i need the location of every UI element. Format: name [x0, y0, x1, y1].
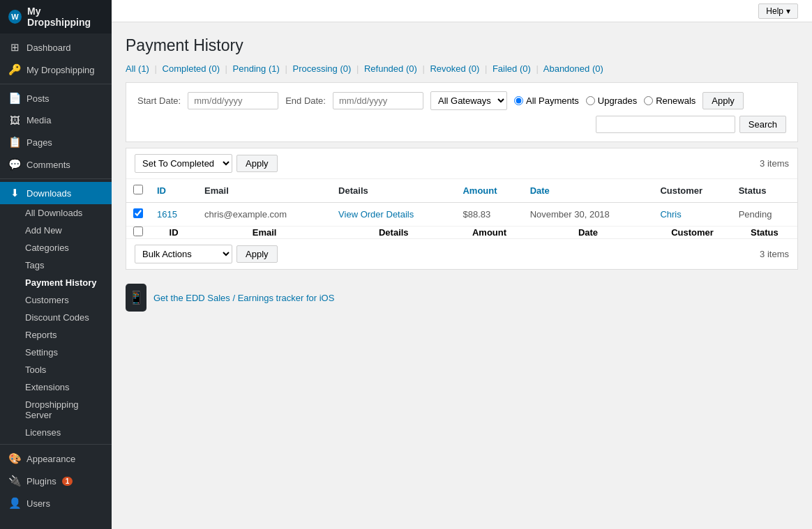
order-id-link[interactable]: 1615	[157, 209, 177, 220]
bulk-apply-button-bottom[interactable]: Apply	[236, 245, 278, 263]
bulk-action-select-top[interactable]: Set To Completed	[135, 154, 232, 173]
filter-apply-button[interactable]: Apply	[702, 92, 744, 109]
topbar: Help ▾	[112, 0, 812, 22]
dashboard-icon: ⊞	[8, 41, 21, 54]
filter-tab-processing[interactable]: Processing (0)	[292, 63, 351, 74]
select-all-col-footer	[126, 227, 150, 239]
sidebar-item-users[interactable]: 👤 Users	[0, 492, 112, 514]
start-date-input[interactable]	[188, 92, 278, 109]
sidebar-subitem-licenses[interactable]: Licenses	[0, 424, 112, 441]
filter-tab-failed[interactable]: Failed (0)	[493, 63, 531, 74]
sidebar-logo[interactable]: W My Dropshipping	[0, 0, 112, 33]
downloads-subnav: All Downloads Add New Categories Tags Pa…	[0, 204, 112, 441]
sidebar-subitem-all-downloads[interactable]: All Downloads	[0, 204, 112, 222]
col-date-footer[interactable]: Date	[523, 227, 654, 239]
sidebar-item-plugins[interactable]: 🔌 Plugins 1	[0, 470, 112, 492]
radio-all-payments[interactable]	[514, 96, 523, 105]
filter-tab-all[interactable]: All (1)	[126, 63, 149, 74]
filter-tabs: All (1) | Completed (0) | Pending (1) | …	[126, 63, 798, 74]
ios-promo: 📱 Get the EDD Sales / Earnings tracker f…	[126, 284, 798, 312]
sidebar-subitem-add-new[interactable]: Add New	[0, 222, 112, 239]
select-all-checkbox-footer[interactable]	[133, 227, 143, 236]
col-id[interactable]: ID	[150, 179, 197, 203]
radio-upgrades[interactable]	[586, 96, 595, 105]
col-email-footer: Email	[197, 227, 331, 239]
sidebar-item-label: My Dropshipping	[27, 65, 95, 75]
sidebar-item-label: Comments	[27, 160, 70, 170]
table-top-actions: Set To Completed Apply 3 items	[126, 148, 797, 179]
sidebar-subitem-discount-codes[interactable]: Discount Codes	[0, 309, 112, 326]
sidebar-subitem-payment-history[interactable]: Payment History	[0, 274, 112, 291]
payments-table-wrap: Set To Completed Apply 3 items ID Email …	[126, 148, 798, 270]
search-button[interactable]: Search	[739, 116, 786, 133]
help-button[interactable]: Help ▾	[758, 3, 798, 19]
items-count-top: 3 items	[760, 158, 789, 169]
end-date-input[interactable]	[333, 92, 423, 109]
sidebar-top-nav: ⊞ Dashboard 🔑 My Dropshipping 📄 Posts 🖼 …	[0, 33, 112, 517]
table-body: 1615 chris@example.com View Order Detail…	[126, 203, 797, 227]
customer-link[interactable]: Chris	[660, 209, 681, 220]
end-date-label: End Date:	[285, 95, 326, 106]
sidebar-divider-1	[0, 84, 112, 84]
start-date-label: Start Date:	[137, 95, 181, 106]
col-status-footer: Status	[732, 227, 797, 239]
sidebar-item-downloads[interactable]: ⬇ Downloads	[0, 182, 112, 204]
sidebar-item-dashboard[interactable]: ⊞ Dashboard	[0, 36, 112, 59]
radio-renewals[interactable]	[644, 96, 653, 105]
sidebar-item-label: Plugins	[27, 476, 57, 486]
bulk-action-select-bottom[interactable]: Bulk Actions	[135, 245, 232, 263]
key-icon: 🔑	[8, 63, 21, 76]
sidebar-subitem-reports[interactable]: Reports	[0, 326, 112, 344]
radio-label-upgrades[interactable]: Upgrades	[586, 95, 637, 106]
col-amount[interactable]: Amount	[456, 179, 522, 203]
sidebar-item-appearance[interactable]: 🎨 Appearance	[0, 447, 112, 470]
table-bottom-actions: Bulk Actions Apply 3 items	[126, 238, 797, 269]
sidebar-item-label: Appearance	[27, 454, 75, 464]
sidebar-subitem-extensions[interactable]: Extensions	[0, 378, 112, 396]
filter-tab-revoked[interactable]: Revoked (0)	[430, 63, 479, 74]
sidebar-subitem-tags[interactable]: Tags	[0, 256, 112, 274]
col-id-footer[interactable]: ID	[150, 227, 197, 239]
pages-icon: 📋	[8, 136, 21, 148]
bulk-apply-button-top[interactable]: Apply	[236, 155, 278, 172]
sidebar-item-pages[interactable]: 📋 Pages	[0, 131, 112, 153]
chevron-right-icon	[98, 190, 103, 196]
filter-tab-pending[interactable]: Pending (1)	[233, 63, 280, 74]
ios-promo-link[interactable]: Get the EDD Sales / Earnings tracker for…	[153, 293, 334, 303]
sidebar-item-media[interactable]: 🖼 Media	[0, 109, 112, 131]
sidebar-subitem-tools[interactable]: Tools	[0, 361, 112, 378]
sidebar-item-label: Dashboard	[27, 43, 71, 53]
select-all-checkbox[interactable]	[133, 185, 143, 194]
filter-row-2: Search	[137, 116, 786, 133]
sidebar-subitem-categories[interactable]: Categories	[0, 239, 112, 256]
sidebar-item-my-dropshipping[interactable]: 🔑 My Dropshipping	[0, 59, 112, 81]
sidebar-divider-3	[0, 444, 112, 445]
sidebar-item-label: Pages	[27, 137, 52, 148]
row-status-cell: Pending	[732, 203, 797, 227]
sidebar-item-comments[interactable]: 💬 Comments	[0, 153, 112, 176]
view-order-details-link[interactable]: View Order Details	[338, 209, 414, 220]
payment-type-group: All Payments Upgrades Renewals	[514, 95, 696, 106]
sidebar-subitem-settings[interactable]: Settings	[0, 344, 112, 361]
sidebar-subitem-dropshipping-server[interactable]: Dropshipping Server	[0, 396, 112, 424]
filter-tab-completed[interactable]: Completed (0)	[163, 63, 220, 74]
radio-label-renewals[interactable]: Renewals	[644, 95, 696, 106]
col-customer-footer: Customer	[653, 227, 731, 239]
search-input[interactable]	[596, 116, 735, 133]
col-date[interactable]: Date	[523, 179, 654, 203]
radio-label-all-payments[interactable]: All Payments	[514, 95, 579, 106]
row-id-cell: 1615	[150, 203, 197, 227]
table-footer-row: ID Email Details Amount Date Customer St…	[126, 227, 797, 239]
all-count: (1)	[138, 63, 149, 74]
media-icon: 🖼	[8, 114, 21, 126]
filter-tab-refunded[interactable]: Refunded (0)	[364, 63, 417, 74]
filter-tab-abandoned[interactable]: Abandoned (0)	[543, 63, 603, 74]
content-area: Payment History All (1) | Completed (0) …	[112, 22, 812, 325]
table-footer-left: Bulk Actions Apply	[135, 245, 278, 263]
sidebar-item-posts[interactable]: 📄 Posts	[0, 87, 112, 109]
row-details-cell: View Order Details	[331, 203, 456, 227]
col-amount-footer[interactable]: Amount	[456, 227, 522, 239]
row-checkbox[interactable]	[133, 208, 143, 218]
gateway-select[interactable]: All Gateways	[430, 91, 507, 110]
sidebar-subitem-customers[interactable]: Customers	[0, 291, 112, 309]
